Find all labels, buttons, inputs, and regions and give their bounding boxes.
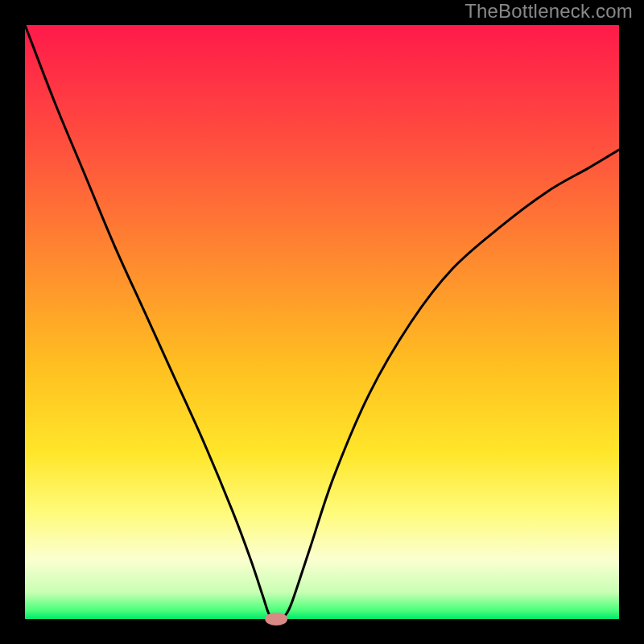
bottleneck-chart — [0, 0, 644, 644]
watermark-text: TheBottleneck.com — [464, 0, 633, 23]
chart-frame: { "watermark": "TheBottleneck.com", "cha… — [0, 0, 644, 644]
minimum-marker — [265, 613, 287, 625]
plot-background — [25, 25, 619, 619]
